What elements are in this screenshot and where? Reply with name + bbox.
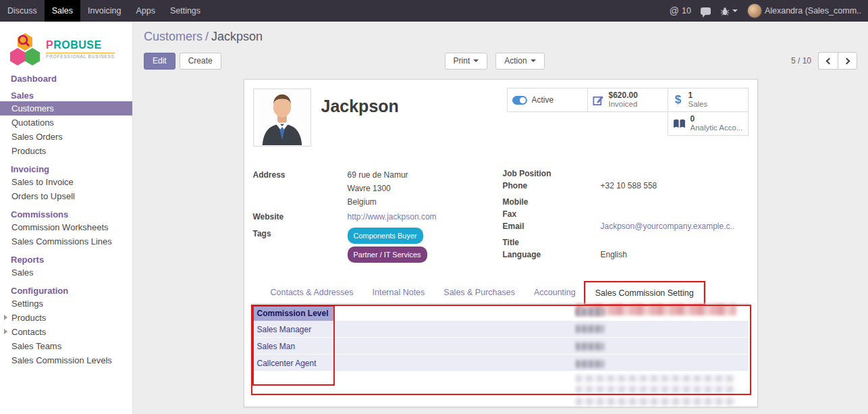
field-job-position: Job Position — [503, 168, 749, 180]
sidebar-item-products[interactable]: Products — [0, 144, 132, 158]
chevron-right-icon — [844, 57, 850, 64]
action-label: Action — [504, 56, 526, 66]
sidebar-item-config-products[interactable]: Products — [0, 311, 132, 325]
field-website: Website http://www.jackpson.com — [253, 210, 503, 224]
tag-partner-it-services[interactable]: Partner / IT Services — [348, 247, 427, 263]
breadcrumb-current: Jackpson — [211, 30, 263, 43]
sidebar-header-dashboard[interactable]: Dashboard — [0, 73, 132, 84]
sidebar-header-sales[interactable]: Sales — [0, 90, 132, 101]
website-link[interactable]: http://www.jackpson.com — [348, 210, 437, 224]
sidebar-header-commissions[interactable]: Commissions — [0, 209, 132, 220]
expand-arrow-icon — [4, 315, 7, 320]
redacted-cell — [576, 342, 604, 351]
customer-form: Active $620.00 Invoiced $ 1 — [244, 79, 758, 407]
main-content: Customers/Jackpson Edit Create Print Act… — [133, 22, 868, 414]
phone-label: Phone — [503, 180, 601, 192]
tab-sales-commission-setting[interactable]: Sales Commission Setting — [585, 282, 704, 304]
sidebar: PROBUSE PROFESSIONAL BUSINESS Dashboard … — [0, 22, 133, 414]
table-row-callcenter-agent[interactable]: Callcenter Agent — [253, 355, 749, 371]
table-row-sales-manager[interactable]: Sales Manager — [253, 321, 749, 338]
redacted-cell — [576, 325, 604, 333]
tab-internal-notes[interactable]: Internal Notes — [362, 282, 434, 303]
field-address: Address 69 rue de Namur Wavre 1300 Belgi… — [253, 168, 503, 209]
sidebar-item-sales-commission-levels[interactable]: Sales Commission Levels — [0, 353, 132, 367]
redacted-cell — [576, 375, 735, 382]
print-label: Print — [454, 56, 470, 66]
sidebar-item-reports-sales[interactable]: Sales — [0, 265, 132, 280]
sidebar-header-reports[interactable]: Reports — [0, 254, 132, 265]
email-label: Email — [503, 221, 601, 232]
stat-button-sales[interactable]: $ 1 Sales — [668, 88, 749, 112]
edit-button[interactable]: Edit — [144, 53, 175, 70]
sidebar-item-sales-orders[interactable]: Sales Orders — [0, 130, 132, 144]
sidebar-item-sales-teams[interactable]: Sales Teams — [0, 339, 132, 353]
phone-value: +32 10 588 558 — [601, 180, 657, 192]
sidebar-item-commission-worksheets[interactable]: Commission Worksheets — [0, 220, 132, 234]
redacted-cell — [576, 360, 604, 368]
customer-photo[interactable] — [253, 88, 311, 147]
menu-apps[interactable]: Apps — [128, 0, 163, 22]
tab-sales-purchases[interactable]: Sales & Purchases — [434, 282, 524, 303]
stat-button-active[interactable]: Active — [507, 88, 588, 112]
address-label: Address — [253, 168, 348, 209]
menu-settings[interactable]: Settings — [163, 0, 208, 22]
pager-previous-button[interactable] — [818, 52, 838, 70]
breadcrumb-customers[interactable]: Customers — [144, 30, 202, 43]
create-button[interactable]: Create — [180, 53, 221, 70]
print-dropdown[interactable]: Print — [445, 53, 488, 70]
stat-value: $620.00 — [609, 90, 638, 100]
person-avatar-icon — [254, 90, 310, 145]
email-link[interactable]: Jackpson@yourcompany.example.c.. — [601, 221, 735, 232]
menu-invoicing[interactable]: Invoicing — [80, 0, 128, 22]
stat-button-invoiced[interactable]: $620.00 Invoiced — [587, 88, 668, 112]
logo-title: PROBUSE — [46, 39, 115, 51]
sidebar-item-sales-commissions-lines[interactable]: Sales Commissions Lines — [0, 234, 132, 249]
language-label: Language — [503, 249, 601, 261]
menu-sales[interactable]: Sales — [45, 0, 80, 22]
sidebar-header-invoicing[interactable]: Invoicing — [0, 163, 132, 175]
redacted-cell — [576, 386, 735, 393]
website-label: Website — [253, 210, 348, 224]
sidebar-header-configuration[interactable]: Configuration — [0, 285, 132, 296]
sidebar-item-orders-to-upsell[interactable]: Orders to Upsell — [0, 189, 132, 203]
stat-label: Invoiced — [609, 100, 638, 109]
customer-name: Jackpson — [321, 97, 399, 147]
column-header-commission-level[interactable]: Commission Level — [253, 306, 334, 321]
sidebar-item-customers[interactable]: Customers — [0, 101, 132, 115]
chevron-left-icon — [825, 57, 832, 64]
stat-value: 1 — [688, 90, 708, 100]
sidebar-nav: Dashboard Sales Customers Quotations Sal… — [0, 73, 132, 367]
redacted-cell — [576, 398, 735, 405]
pager-next-button[interactable] — [838, 52, 857, 70]
button-row: Edit Create Print Action 5 / 10 — [144, 52, 857, 70]
menu-discuss[interactable]: Discuss — [0, 0, 45, 22]
stat-label: Sales — [688, 100, 708, 109]
redacted-cell — [576, 308, 604, 316]
activities-menu[interactable]: @ 10 — [670, 5, 691, 16]
toggle-on-icon — [512, 96, 527, 105]
tab-bar: Contacts & Addresses Internal Notes Sale… — [253, 282, 749, 304]
field-email: Email Jackpson@yourcompany.example.c.. — [503, 221, 749, 232]
sidebar-item-config-contacts[interactable]: Contacts — [0, 325, 132, 339]
job-position-label: Job Position — [503, 168, 601, 180]
tab-contacts-addresses[interactable]: Contacts & Addresses — [261, 282, 363, 303]
sidebar-item-quotations[interactable]: Quotations — [0, 115, 132, 130]
activities-icon: @ — [670, 5, 679, 16]
stat-value: 0 — [690, 114, 743, 124]
chevron-down-icon — [531, 59, 536, 65]
action-dropdown[interactable]: Action — [495, 53, 544, 70]
sidebar-item-label: Products — [11, 313, 46, 323]
user-menu[interactable]: Alexandra (Sales_comm.. — [747, 3, 861, 18]
form-fields: Address 69 rue de Namur Wavre 1300 Belgi… — [253, 168, 749, 266]
table-row-sales-man[interactable]: Sales Man — [253, 338, 749, 355]
tab-accounting[interactable]: Accounting — [524, 282, 585, 303]
messages-menu[interactable] — [701, 7, 711, 15]
debug-menu[interactable] — [720, 7, 738, 16]
language-value: English — [601, 249, 627, 261]
tag-components-buyer[interactable]: Components Buyer — [348, 228, 423, 244]
app-logo[interactable]: PROBUSE PROFESSIONAL BUSINESS — [9, 31, 126, 66]
stat-button-analytic-accounts[interactable]: 0 Analytic Acco... — [668, 111, 749, 136]
sidebar-item-sales-to-invoice[interactable]: Sales to Invoice — [0, 175, 132, 189]
sidebar-item-settings[interactable]: Settings — [0, 296, 132, 311]
user-name: Alexandra (Sales_comm.. — [765, 6, 861, 16]
